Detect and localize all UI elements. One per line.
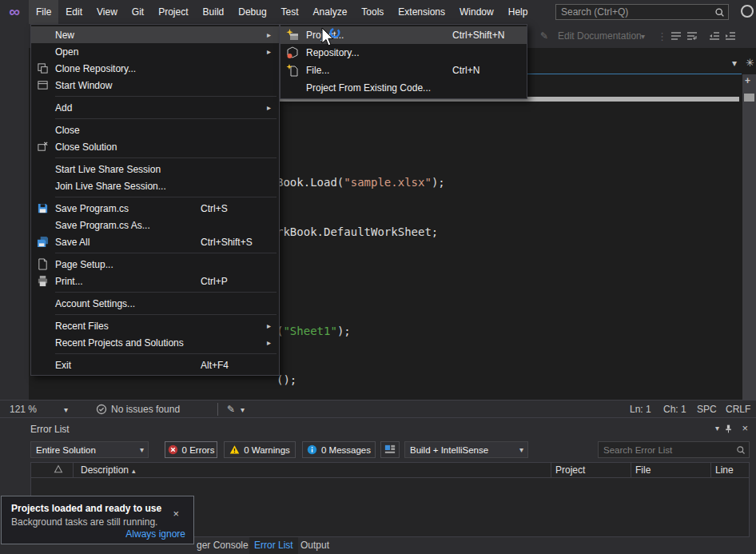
tab-output[interactable]: Output bbox=[296, 537, 334, 554]
busy-spinner-icon bbox=[331, 29, 339, 37]
column-header-description[interactable]: Description▴ bbox=[81, 464, 136, 476]
menuitem-close-solution[interactable]: Close Solution bbox=[31, 138, 279, 155]
filter-columns-button[interactable] bbox=[380, 441, 400, 458]
status-divider bbox=[217, 403, 218, 416]
document-dropdown-icon[interactable]: ▾ bbox=[732, 58, 737, 69]
increase-indent-icon[interactable] bbox=[724, 24, 737, 48]
spaces-indicator[interactable]: SPC bbox=[697, 401, 717, 418]
scope-filter-dropdown[interactable]: Entire Solution ▾ bbox=[30, 441, 149, 458]
menu-separator bbox=[55, 118, 277, 119]
menuitem-start-window[interactable]: Start Window bbox=[31, 77, 279, 94]
menuitem-save-program[interactable]: Save Program.cs Ctrl+S bbox=[31, 200, 279, 217]
menuitem-label: Save All bbox=[55, 237, 90, 248]
column-divider[interactable] bbox=[631, 463, 631, 478]
column-divider[interactable] bbox=[73, 463, 74, 478]
track-changes-caret-icon[interactable]: ▾ bbox=[241, 401, 245, 418]
build-filter-dropdown[interactable]: Build + IntelliSense ▾ bbox=[404, 441, 528, 458]
line-indicator[interactable]: Ln: 1 bbox=[630, 401, 651, 418]
menu-extensions[interactable]: Extensions bbox=[391, 0, 452, 24]
error-list-search-box[interactable] bbox=[598, 441, 750, 458]
column-divider[interactable] bbox=[710, 463, 711, 478]
decrease-indent-icon[interactable] bbox=[708, 24, 721, 48]
file-menu-dropdown: New ▸ Open ▸ Clone Repository... Start W… bbox=[30, 24, 280, 376]
menu-test[interactable]: Test bbox=[274, 0, 306, 24]
column-header-file[interactable]: File bbox=[635, 464, 651, 476]
issues-status-label[interactable]: No issues found bbox=[111, 401, 180, 418]
zoom-caret-icon[interactable]: ▾ bbox=[64, 401, 68, 418]
left-dock-strip bbox=[0, 24, 29, 400]
quick-search-input[interactable] bbox=[556, 6, 714, 18]
error-icon bbox=[168, 444, 178, 455]
menuitem-join-live-share[interactable]: Join Live Share Session... bbox=[31, 177, 279, 194]
account-icon[interactable] bbox=[741, 5, 754, 18]
menu-window[interactable]: Window bbox=[452, 0, 501, 24]
menuitem-new[interactable]: New ▸ bbox=[31, 26, 279, 43]
tab-error-list[interactable]: Error List bbox=[249, 537, 298, 554]
menu-help[interactable]: Help bbox=[501, 0, 535, 24]
column-header-project[interactable]: Project bbox=[555, 464, 585, 476]
menu-tools[interactable]: Tools bbox=[354, 0, 391, 24]
menuitem-open[interactable]: Open ▸ bbox=[31, 43, 279, 60]
menuitem-new-repository[interactable]: Repository... bbox=[281, 44, 527, 62]
search-icon[interactable] bbox=[736, 445, 746, 455]
severity-column-icon[interactable] bbox=[54, 464, 63, 474]
menuitem-recent-projects[interactable]: Recent Projects and Solutions ▸ bbox=[31, 334, 279, 351]
menuitem-account-settings[interactable]: Account Settings... bbox=[31, 295, 279, 312]
edit-documentation-label[interactable]: Edit Documentation bbox=[558, 24, 642, 48]
menuitem-new-file[interactable]: File... Ctrl+N bbox=[281, 62, 527, 79]
menu-file[interactable]: File bbox=[29, 0, 58, 24]
search-icon[interactable] bbox=[714, 7, 725, 18]
menu-edit[interactable]: Edit bbox=[58, 0, 90, 24]
split-editor-icon[interactable]: + bbox=[745, 75, 750, 86]
menu-debug[interactable]: Debug bbox=[231, 0, 273, 24]
editor-settings-icon[interactable]: ✳ bbox=[746, 57, 754, 69]
edit-documentation-caret-icon[interactable]: ▾ bbox=[641, 24, 645, 48]
menuitem-page-setup[interactable]: Page Setup... bbox=[31, 256, 279, 273]
menuitem-label: Open bbox=[55, 46, 78, 58]
show-whitespace-icon[interactable] bbox=[670, 24, 682, 48]
toast-close-icon[interactable]: × bbox=[173, 508, 179, 520]
column-indicator[interactable]: Ch: 1 bbox=[663, 401, 686, 418]
warnings-toggle[interactable]: 0 Warnings bbox=[224, 441, 296, 458]
editor-scrollbar[interactable] bbox=[742, 74, 756, 400]
page-setup-icon bbox=[37, 258, 49, 270]
line-ending-indicator[interactable]: CRLF bbox=[726, 401, 750, 418]
track-changes-icon[interactable]: ✎ bbox=[227, 401, 235, 418]
menuitem-new-project[interactable]: Project... Ctrl+Shift+N bbox=[281, 26, 527, 44]
menuitem-project-from-existing-code[interactable]: Project From Existing Code... bbox=[281, 79, 527, 97]
health-check-icon[interactable] bbox=[96, 401, 107, 418]
menuitem-exit[interactable]: Exit Alt+F4 bbox=[31, 357, 279, 373]
menuitem-save-all[interactable]: Save All Ctrl+Shift+S bbox=[31, 233, 279, 250]
menuitem-close[interactable]: Close bbox=[31, 122, 279, 138]
quick-search-box[interactable] bbox=[555, 4, 729, 20]
menuitem-print[interactable]: Print... Ctrl+P bbox=[31, 273, 279, 289]
menu-git[interactable]: Git bbox=[125, 0, 151, 24]
menu-build[interactable]: Build bbox=[196, 0, 232, 24]
menuitem-clone-repository[interactable]: Clone Repository... bbox=[31, 60, 279, 77]
menu-analyze[interactable]: Analyze bbox=[306, 0, 355, 24]
scrollbar-thumb[interactable] bbox=[744, 94, 754, 102]
errors-toggle[interactable]: 0 Errors bbox=[165, 441, 217, 458]
menuitem-add[interactable]: Add ▸ bbox=[31, 99, 279, 116]
messages-toggle[interactable]: 0 Messages bbox=[302, 441, 376, 458]
menuitem-start-live-share[interactable]: Start Live Share Session bbox=[31, 161, 279, 177]
column-header-line[interactable]: Line bbox=[715, 464, 734, 476]
code-line: ("Sheet1"); bbox=[277, 323, 445, 340]
pin-icon[interactable] bbox=[723, 424, 734, 434]
menu-view[interactable]: View bbox=[90, 0, 125, 24]
column-divider[interactable] bbox=[551, 463, 551, 478]
toast-always-ignore-link[interactable]: Always ignore bbox=[125, 528, 185, 540]
notification-toast[interactable]: Projects loaded and ready to use Backgro… bbox=[1, 496, 194, 544]
menu-project[interactable]: Project bbox=[151, 0, 195, 24]
zoom-level[interactable]: 121 % bbox=[10, 401, 37, 418]
close-panel-icon[interactable]: × bbox=[742, 422, 748, 434]
word-wrap-icon[interactable] bbox=[686, 24, 698, 48]
tab-package-manager-console[interactable]: ger Console bbox=[192, 537, 253, 554]
menuitem-recent-files[interactable]: Recent Files ▸ bbox=[31, 317, 279, 334]
mouse-cursor bbox=[319, 26, 341, 49]
panel-title: Error List bbox=[30, 424, 70, 435]
error-list-search-input[interactable] bbox=[599, 445, 736, 455]
panel-menu-caret-icon[interactable]: ▾ bbox=[715, 424, 719, 432]
menuitem-save-program-as[interactable]: Save Program.cs As... bbox=[31, 217, 279, 233]
new-project-icon bbox=[286, 29, 299, 42]
